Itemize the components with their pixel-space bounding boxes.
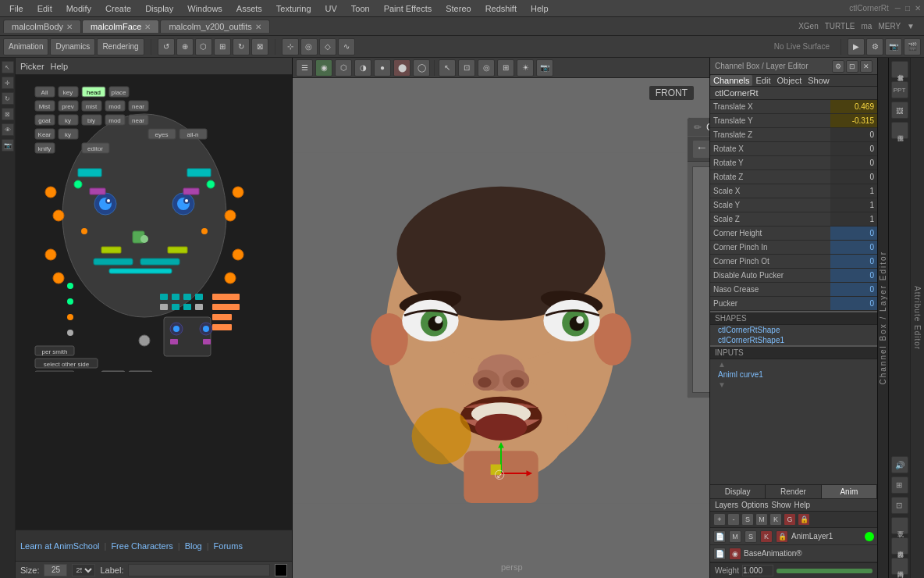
weight-input[interactable]	[742, 565, 773, 576]
base-icon[interactable]: 📄	[713, 548, 726, 560]
shapes-section-header[interactable]: SHAPES	[710, 311, 877, 325]
picker-menu-item[interactable]: Picker	[20, 62, 44, 71]
attr-scale-z[interactable]: Scale Z	[710, 212, 877, 227]
anim-tab[interactable]: Anim	[822, 485, 877, 498]
ch-close-btn[interactable]: ✕	[860, 60, 872, 73]
attr-translate-x[interactable]: Translate X	[710, 100, 877, 114]
edit-menu[interactable]: Edit	[31, 2, 59, 15]
show-opt[interactable]: Show	[771, 501, 791, 509]
options-opt[interactable]: Options	[741, 501, 768, 509]
paint-tool-btn[interactable]: ⬡	[195, 38, 212, 55]
ch-resize-btn[interactable]: ⊡	[846, 60, 858, 73]
vp-shade-btn[interactable]: ◑	[354, 59, 371, 77]
paint-effects-menu[interactable]: Paint Effects	[378, 2, 439, 15]
layer1-solo-icon[interactable]: S	[745, 530, 757, 543]
scale-x-input[interactable]	[830, 184, 877, 198]
tab-malcolm-face[interactable]: malcolmFace ✕	[82, 20, 159, 33]
snap-curve-btn[interactable]: ∿	[338, 38, 355, 55]
base-red-icon[interactable]: ◉	[729, 548, 741, 560]
network-btn[interactable]: 网络内	[891, 558, 908, 575]
tool-rotate[interactable]: ↻	[2, 92, 14, 105]
tab-malcolm-outfits[interactable]: malcolm_v200_outfits ✕	[160, 20, 269, 33]
layer1-mute-icon[interactable]: M	[729, 530, 741, 543]
corner-pinch-out-input[interactable]	[830, 255, 877, 268]
corner-height-input[interactable]	[830, 227, 877, 240]
attr-corner-pinch-out[interactable]: Corner Pinch Ot	[710, 255, 877, 269]
vp-snap-btn[interactable]: ⊡	[458, 59, 475, 77]
attr-translate-z[interactable]: Translate Z	[710, 128, 877, 142]
help-opt[interactable]: Help	[794, 501, 811, 509]
viewport-canvas[interactable]: ↙ FRONT persp ✏ Grease Pencil ✕ ⭠ ✏	[293, 78, 709, 578]
rotate-x-input[interactable]	[830, 142, 877, 155]
rotate-y-input[interactable]	[830, 156, 877, 169]
select-tool-btn[interactable]: ↺	[158, 38, 175, 55]
create-menu[interactable]: Create	[99, 2, 137, 15]
attr-corner-height[interactable]: Corner Height	[710, 227, 877, 241]
animation-menu-btn[interactable]: Animation	[3, 38, 48, 55]
base-animation-row[interactable]: 📄 ◉ BaseAnimation®	[710, 545, 877, 562]
attr-rotate-x[interactable]: Rotate X	[710, 142, 877, 156]
vp-shade4-btn[interactable]: ◯	[413, 59, 430, 77]
tool-show[interactable]: 👁	[2, 123, 14, 136]
size-select[interactable]: 25 50	[73, 565, 94, 576]
render-tab[interactable]: Render	[766, 485, 821, 498]
vp-grid-btn[interactable]: ⊞	[497, 59, 514, 77]
attr-scale-y[interactable]: Scale Y	[710, 198, 877, 212]
display-menu[interactable]: Display	[139, 2, 179, 15]
lasso-tool-btn[interactable]: ⊕	[176, 38, 194, 55]
tab-close-face[interactable]: ✕	[144, 23, 151, 31]
grease-canvas-area[interactable]: Grease Pencil Layer View	[692, 166, 709, 393]
snap-point-btn[interactable]: ◎	[300, 38, 318, 55]
free-characters-link[interactable]: Free Characters	[111, 541, 172, 551]
vp-xray-btn[interactable]: ◎	[478, 59, 495, 77]
vp-menu-btn[interactable]: ☰	[296, 59, 313, 77]
vp-wire-btn[interactable]: ⬡	[335, 59, 352, 77]
attr-disable-auto-pucker[interactable]: Disable Auto Pucker	[710, 269, 877, 283]
dynamics-menu-btn[interactable]: Dynamics	[50, 38, 95, 55]
tool-select[interactable]: ↖	[2, 61, 14, 73]
layer-del-btn[interactable]: -	[727, 513, 740, 526]
translate-z-input[interactable]	[830, 128, 877, 141]
color-swatch[interactable]	[275, 564, 287, 576]
snap-surface-btn[interactable]: ◇	[319, 38, 336, 55]
attr-translate-y[interactable]: Translate Y	[710, 114, 877, 128]
layer1-key-icon[interactable]: K	[760, 530, 773, 543]
expand-btn[interactable]: ▼	[907, 22, 915, 30]
anim-layer1-row[interactable]: 📄 M S K 🔒 AnimLayer1	[710, 528, 877, 545]
vp-sel-btn[interactable]: ↖	[439, 59, 456, 77]
edit-tab[interactable]: Edit	[752, 75, 773, 86]
disable-auto-pucker-input[interactable]	[830, 269, 877, 282]
scale-z-input[interactable]	[830, 212, 877, 226]
attr-rotate-z[interactable]: Rotate Z	[710, 170, 877, 184]
assets-menu[interactable]: Assets	[230, 2, 268, 15]
rotate-btn[interactable]: ↻	[233, 38, 250, 55]
forums-link[interactable]: Forums	[214, 541, 243, 551]
size-dropdown[interactable]: 25 50	[72, 564, 95, 576]
close-btn[interactable]: ✕	[915, 4, 921, 12]
render-settings-btn[interactable]: 📷	[885, 38, 902, 55]
tool-scale[interactable]: ⊠	[2, 108, 14, 120]
render-frame-btn[interactable]: ▶	[848, 38, 865, 55]
pucker-input[interactable]	[830, 297, 877, 310]
translate-y-input[interactable]	[830, 114, 877, 127]
snap-grid-btn[interactable]: ⊹	[282, 38, 299, 55]
tool-move[interactable]: ✛	[2, 77, 14, 89]
rendering-menu-btn[interactable]: Rendering	[97, 38, 144, 55]
vp-shade3-btn[interactable]: ⬤	[393, 59, 410, 77]
channels-tab[interactable]: Channels	[710, 75, 752, 86]
ipr-btn[interactable]: ⚙	[866, 38, 883, 55]
minimize-btn[interactable]: ─	[895, 4, 901, 12]
file-menu[interactable]: File	[3, 2, 30, 15]
attr-pucker[interactable]: Pucker	[710, 297, 877, 311]
weight-slider[interactable]	[777, 569, 872, 573]
download-btn[interactable]: 下载	[891, 517, 908, 534]
tab-malcolm-body[interactable]: malcolmBody ✕	[3, 20, 81, 33]
volume-btn[interactable]: 🔊	[891, 456, 908, 473]
layer-solo-btn[interactable]: S	[741, 513, 754, 526]
maximize-btn[interactable]: □	[905, 4, 910, 12]
translate-x-input[interactable]	[830, 100, 877, 113]
layer-ghost-btn[interactable]: G	[784, 513, 796, 526]
viewport-render-btn[interactable]: 🎬	[904, 38, 921, 55]
shape-item-2[interactable]: ctlCornerRtShape1	[710, 335, 877, 345]
layers-opt[interactable]: Layers	[715, 501, 738, 509]
